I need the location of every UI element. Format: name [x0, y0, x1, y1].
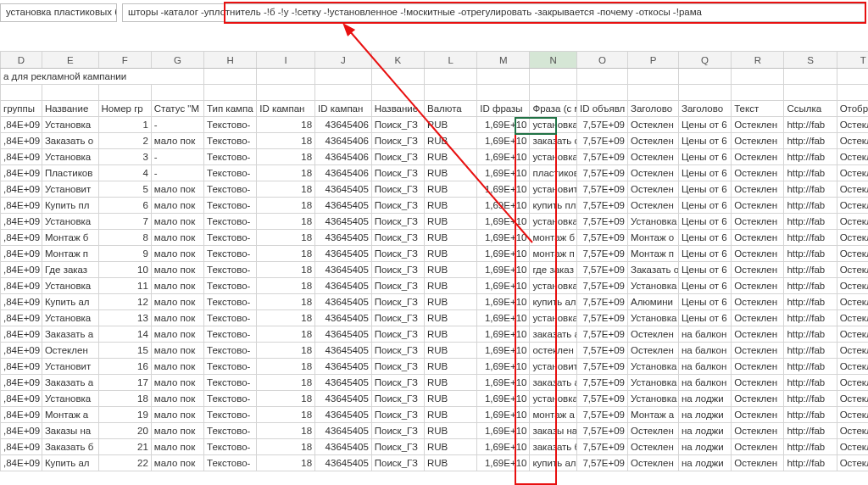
cell[interactable]: Текстово-: [204, 423, 257, 439]
cell[interactable]: Остеклен: [627, 326, 678, 343]
cell[interactable]: http://fab: [784, 165, 837, 181]
cell[interactable]: пластиков: [530, 165, 577, 181]
table-row[interactable]: ,84E+09Пластиков4-Текстово-1843645406Пои…: [1, 165, 869, 181]
table-row[interactable]: ,84E+09Установка3-Текстово-1843645406Пои…: [1, 149, 869, 165]
cell[interactable]: RUB: [425, 407, 477, 423]
cell[interactable]: Поиск_ГЗ: [371, 407, 424, 423]
column-header-S[interactable]: S: [784, 52, 837, 69]
cell[interactable]: монтаж б: [530, 230, 577, 246]
cell[interactable]: Остеклен: [732, 391, 784, 407]
cell[interactable]: ,84E+09: [1, 133, 42, 149]
cell[interactable]: 1,69E+10: [477, 133, 530, 149]
column-header-D[interactable]: D: [1, 52, 42, 69]
cell[interactable]: http://fab: [784, 214, 837, 230]
cell[interactable]: Остеклен: [837, 423, 868, 439]
cell[interactable]: Установка: [42, 278, 98, 294]
cell[interactable]: RUB: [425, 455, 477, 471]
cell[interactable]: RUB: [425, 149, 477, 165]
column-header-F[interactable]: F: [98, 52, 151, 69]
cell[interactable]: RUB: [425, 214, 477, 230]
cell[interactable]: 7,57E+09: [576, 165, 627, 181]
cell[interactable]: Текстово-: [204, 133, 257, 149]
cell[interactable]: Остеклен: [627, 133, 678, 149]
header-cell[interactable]: Название: [371, 101, 424, 117]
spreadsheet-grid[interactable]: DEFGHIJKLMNOPQRST а для рекламной кампан…: [0, 51, 868, 485]
cell[interactable]: RUB: [425, 439, 477, 455]
cell[interactable]: 43645405: [315, 214, 372, 230]
cell[interactable]: Текстово-: [204, 455, 257, 471]
cell[interactable]: 14: [98, 326, 151, 343]
cell[interactable]: Купить ал: [42, 455, 98, 471]
cell[interactable]: ,84E+09: [1, 149, 42, 165]
cell[interactable]: 43645405: [315, 198, 372, 214]
cell[interactable]: 1,69E+10: [477, 246, 530, 262]
cell[interactable]: http://fab: [784, 294, 837, 310]
formula-bar[interactable]: шторы -каталог -уплотнитель -!б -!у -!се…: [122, 3, 866, 22]
cell[interactable]: Заказать а: [42, 375, 98, 391]
column-header-H[interactable]: H: [204, 52, 257, 69]
cell[interactable]: 18: [257, 230, 315, 246]
cell[interactable]: 7,57E+09: [576, 439, 627, 455]
cell[interactable]: 9: [98, 246, 151, 262]
header-cell[interactable]: Текст: [732, 101, 784, 117]
cell[interactable]: RUB: [425, 262, 477, 278]
cell[interactable]: RUB: [425, 230, 477, 246]
cell[interactable]: Монтаж б: [42, 230, 98, 246]
table-row[interactable]: ,84E+09Заказать о2мало покТекстово-18436…: [1, 133, 869, 149]
cell[interactable]: Остеклен: [627, 439, 678, 455]
column-header-O[interactable]: O: [576, 52, 627, 69]
cell[interactable]: Остеклен: [627, 117, 678, 133]
cell[interactable]: 1,69E+10: [477, 149, 530, 165]
cell[interactable]: Остеклен: [732, 423, 784, 439]
cell[interactable]: Цены от 6: [678, 278, 731, 294]
cell[interactable]: Установка: [42, 117, 98, 133]
cell[interactable]: 7,57E+09: [576, 310, 627, 326]
cell[interactable]: ,84E+09: [1, 198, 42, 214]
column-header-N[interactable]: N: [530, 52, 577, 69]
cell[interactable]: Остеклен: [837, 149, 868, 165]
cell[interactable]: RUB: [425, 181, 477, 198]
cell[interactable]: 7,57E+09: [576, 198, 627, 214]
cell[interactable]: Текстово-: [204, 214, 257, 230]
cell[interactable]: 8: [98, 230, 151, 246]
cell[interactable]: Остеклен: [627, 198, 678, 214]
cell[interactable]: Остеклен: [732, 246, 784, 262]
cell[interactable]: Текстово-: [204, 262, 257, 278]
cell[interactable]: Остеклен: [837, 165, 868, 181]
cell[interactable]: Остеклен: [42, 343, 98, 359]
cell[interactable]: ,84E+09: [1, 343, 42, 359]
cell[interactable]: 7,57E+09: [576, 230, 627, 246]
cell[interactable]: Поиск_ГЗ: [371, 181, 424, 198]
cell[interactable]: Поиск_ГЗ: [371, 439, 424, 455]
cell[interactable]: http://fab: [784, 149, 837, 165]
cell[interactable]: Поиск_ГЗ: [371, 359, 424, 375]
table-row[interactable]: ,84E+09Установит5мало покТекстово-184364…: [1, 181, 869, 198]
cell[interactable]: Заказать б: [42, 439, 98, 455]
cell[interactable]: мало пок: [151, 439, 203, 455]
cell[interactable]: мало пок: [151, 359, 203, 375]
cell[interactable]: Остеклен: [837, 214, 868, 230]
cell[interactable]: 1,69E+10: [477, 214, 530, 230]
cell[interactable]: http://fab: [784, 359, 837, 375]
cell[interactable]: 1,69E+10: [477, 359, 530, 375]
cell[interactable]: Текстово-: [204, 165, 257, 181]
cell[interactable]: 18: [98, 391, 151, 407]
cell[interactable]: 7: [98, 214, 151, 230]
cell[interactable]: Остеклен: [837, 375, 868, 391]
cell[interactable]: мало пок: [151, 310, 203, 326]
cell[interactable]: заказы на: [530, 423, 577, 439]
cell[interactable]: 18: [257, 310, 315, 326]
cell[interactable]: Поиск_ГЗ: [371, 278, 424, 294]
cell[interactable]: на балкон: [678, 375, 731, 391]
cell[interactable]: Остеклен: [627, 181, 678, 198]
cell[interactable]: 12: [98, 294, 151, 310]
cell[interactable]: Заказать а: [42, 326, 98, 343]
cell[interactable]: 11: [98, 278, 151, 294]
cell[interactable]: 15: [98, 343, 151, 359]
cell[interactable]: RUB: [425, 117, 477, 133]
cell[interactable]: Остеклен: [837, 278, 868, 294]
cell[interactable]: 1,69E+10: [477, 181, 530, 198]
cell[interactable]: Остеклен: [837, 439, 868, 455]
cell[interactable]: Установка: [627, 278, 678, 294]
cell[interactable]: http://fab: [784, 391, 837, 407]
